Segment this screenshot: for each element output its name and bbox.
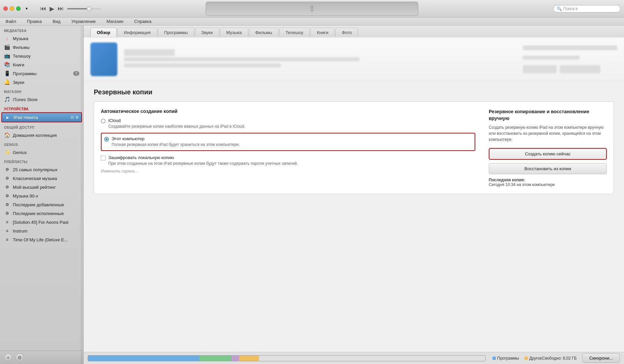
tab-apps[interactable]: Программы [158,28,194,37]
tab-sounds[interactable]: Звуки [195,28,219,37]
menu-manage[interactable]: Управление [70,18,97,25]
device-info-row-3 [523,46,617,50]
sidebar-item-playlist-90s[interactable]: ⚙ Музыка 90-х [0,191,83,200]
sidebar-item-playlist-instrum[interactable]: ≡ Instrum [0,226,83,235]
last-backup-value: Сегодня 10:34 на этом компьютере [489,182,555,187]
storage-legend: Программы Другое [492,356,542,361]
search-bar[interactable]: 🔍 Поиск в [553,5,621,12]
menubar: Файл Правка Вид Управление Магазин Справ… [0,18,624,26]
volume-thumb[interactable] [87,6,91,11]
sidebar-item-movies-label: Фильмы [13,45,79,50]
change-password-link[interactable]: Изменить пароль... [101,169,475,174]
restore-button[interactable]: Восстановить из копии [489,163,607,174]
sidebar-item-playlist-timeoflife[interactable]: ≡ Time Of My Life (Deluxe E... [0,235,83,244]
sidebar-item-ipad[interactable]: ▶ iPad Никита ⊟ ⊗ [1,112,82,122]
this-computer-label: Этот компьютер [112,136,240,141]
sidebar-item-music[interactable]: ♪ Музыка [0,34,83,43]
device-eject-icon[interactable]: ⊗ [75,115,79,120]
forward-button[interactable]: ⏭ [58,5,64,12]
playlist-icon-7: ≡ [4,219,10,225]
playlist-aeons-label: [Solution.45] For Aeons Past [13,220,79,225]
icloud-option[interactable]: iCloud Создавайте резервные копии наибол… [101,118,475,129]
menu-view[interactable]: Вид [51,18,62,25]
sidebar-item-sounds[interactable]: 🔔 Звуки [0,78,83,87]
legend-other-label: Другое [529,356,542,361]
this-computer-option[interactable]: Этот компьютер Полная резервная копия iP… [101,133,475,151]
storage-segment-other2 [239,356,259,361]
home-sharing-icon: 🏠 [4,132,10,138]
menu-file[interactable]: Файл [4,18,18,25]
add-playlist-button[interactable]: + [4,354,12,362]
sidebar-item-playlist-toprated[interactable]: ⚙ Мой высший рейтинг [0,183,83,191]
search-input-label[interactable]: Поиск в [563,6,578,11]
tab-overview[interactable]: Обзор [90,28,117,37]
sync-button[interactable]: Синхрони... [582,353,620,363]
tab-tvshows[interactable]: Телешоу [279,28,310,37]
this-computer-radio[interactable] [104,137,109,142]
sidebar-item-playlist-recent[interactable]: ⚙ Последние добавленные [0,200,83,209]
maximize-button[interactable] [16,6,21,11]
playlist-icon-1: ⚙ [4,166,10,173]
search-icon: 🔍 [557,6,562,11]
play-button[interactable]: ▶ [50,5,54,12]
window-dropdown[interactable]: ▼ [23,5,30,12]
apps-icon: 📱 [4,70,10,77]
icloud-radio[interactable] [101,119,106,123]
sidebar-item-home-sharing[interactable]: 🏠 Домашняя коллекция [0,131,83,140]
backup-section-title: Резервные копии [94,88,614,96]
volume-slider[interactable] [67,8,101,9]
menu-help[interactable]: Справка [133,18,153,25]
device-right-panel [523,46,617,73]
backup-right: Резервное копирование и восстановление в… [489,109,607,187]
storage-bar [88,355,486,361]
transport-controls: ⏮ ▶ ⏭ [40,5,101,12]
storage-segment-free [259,356,485,361]
sidebar-header-devices: УСТРОЙСТВА [0,104,83,112]
sidebar-item-playlist-aeons[interactable]: ≡ [Solution.45] For Aeons Past [0,218,83,226]
sidebar: МЕДИАТЕКА ♪ Музыка 🎬 Фильмы 📺 Телешоу 📚 … [0,26,84,364]
ipad-expand-icon[interactable]: ▶ [5,114,11,120]
window-controls [3,6,21,11]
device-name [124,49,175,56]
tab-music[interactable]: Музыка [220,28,248,37]
sidebar-item-apps[interactable]: 📱 Программы 7 [0,69,83,78]
tab-movies[interactable]: Фильмы [249,28,279,37]
sidebar-item-playlist-played[interactable]: ⚙ Последние исполненные [0,209,83,218]
sidebar-item-playlist-classic[interactable]: ⚙ Классическая музыка [0,174,83,183]
sidebar-item-tvshows-label: Телешоу [13,54,79,59]
sidebar-item-playlist-top25[interactable]: ⚙ 25 самых популярных [0,165,83,174]
tab-info[interactable]: Информация [117,28,157,37]
device-action-2 [560,65,600,73]
playlist-played-label: Последние исполненные [13,211,79,216]
sidebar-item-movies[interactable]: 🎬 Фильмы [0,43,83,52]
encrypt-checkbox[interactable] [101,156,106,160]
movies-icon: 🎬 [4,44,10,50]
storage-bar-container: Программы Другое Свободно: 8,02 ГБ Синхр… [84,352,624,364]
tab-photos[interactable]: Фото [335,28,358,37]
device-sync-icon[interactable]: ⊟ [70,115,74,120]
titlebar: ▼ ⏮ ▶ ⏭  🔍 Поиск в [0,0,624,18]
sidebar-scrollbar[interactable] [81,26,83,364]
apps-badge: 7 [73,71,79,76]
sidebar-item-itunes-label: iTunes Store [13,97,79,102]
playlist-recent-label: Последние добавленные [13,202,79,207]
icloud-desc: Создавайте резервные копии наиболее важн… [108,124,245,129]
device-details [124,49,516,69]
settings-button[interactable]: ⚙ [16,354,24,362]
sidebar-item-books[interactable]: 📚 Книги [0,60,83,69]
storage-segment-media [199,356,231,361]
device-info-area [84,37,624,82]
playlist-icon-5: ⚙ [4,202,10,208]
tab-books[interactable]: Книги [310,28,335,37]
rewind-button[interactable]: ⏮ [40,5,46,12]
close-button[interactable] [3,6,8,11]
menu-store[interactable]: Магазин [105,18,125,25]
encrypt-option[interactable]: Зашифровать локальную копию При этом соз… [101,155,475,166]
menu-edit[interactable]: Правка [26,18,43,25]
sidebar-item-tvshows[interactable]: 📺 Телешоу [0,52,83,60]
sidebar-item-genius[interactable]: ✨ Genius [0,148,83,157]
backup-now-button[interactable]: Создать копию сейчас [489,148,607,160]
sidebar-item-itunes-store[interactable]: 🎵 iTunes Store [0,95,83,104]
manual-backup-desc: Создать резервную копию iPad на этом ком… [489,124,607,143]
minimize-button[interactable] [10,6,14,11]
